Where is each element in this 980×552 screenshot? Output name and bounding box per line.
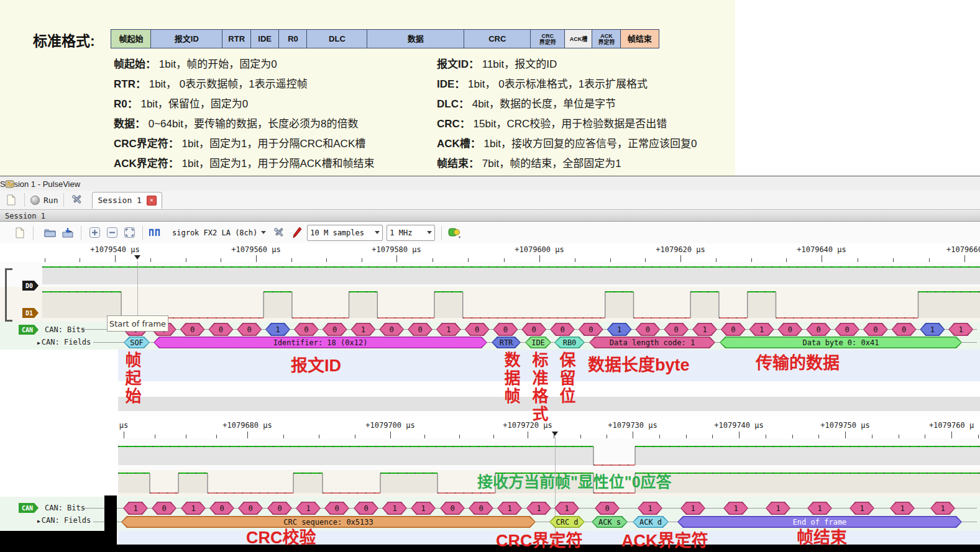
ruler-major-tick: [256, 255, 257, 262]
hex-fill: 1: [608, 324, 631, 335]
field-description-line: ACK槽： 1bit，接收方回复的应答信号，正常应该回复0: [437, 134, 697, 154]
can-tag-label: CAN: [22, 327, 33, 333]
field-text: 11bit，报文的ID: [479, 58, 557, 70]
field-text: 1bit， 0表示标准格式，1表示扩展格式: [465, 78, 648, 90]
wave-high-fill: [690, 292, 719, 318]
hex-fill: 0: [579, 324, 602, 335]
field-term: ACK槽：: [437, 138, 481, 150]
cursor-marker-2[interactable]: [552, 432, 558, 436]
zoom-fit-button[interactable]: [122, 225, 137, 241]
close-icon[interactable]: [147, 196, 157, 206]
sample-rate-select[interactable]: 1 MHz: [387, 225, 435, 241]
sample-count-value: 10 M samples: [310, 228, 364, 237]
timeline-ruler-1[interactable]: +1079540 μs+1079560 μs+1079580 μs+107960…: [0, 243, 980, 262]
run-button[interactable]: Run: [30, 192, 58, 208]
field-hex: Data length code: 1: [589, 337, 715, 348]
field-hex: CRC sequence: 0x5133: [121, 516, 536, 528]
diagram-title: 标准格式:: [33, 29, 95, 50]
annotation-text: 数据帧: [500, 351, 523, 405]
hex-fill: 1: [527, 502, 550, 514]
hex-fill: 1: [850, 502, 873, 514]
ruler-label: +1079730 μs: [608, 421, 657, 430]
frame-field-box: 帧起始: [111, 29, 151, 48]
tools-icon: [71, 194, 83, 206]
hex-fill: 1: [921, 324, 944, 335]
sample-rate-arrow: [427, 231, 432, 234]
sample-count-arrow: [375, 231, 380, 234]
hex-fill: 1: [411, 502, 434, 514]
field-term: CRC：: [437, 118, 470, 130]
field-hex: RTR: [492, 337, 521, 348]
hex-fill: CRC d: [550, 517, 584, 527]
hex-fill: 1: [891, 502, 914, 514]
decoder-row-fields-1[interactable]: CAN: Fields: [37, 338, 91, 346]
separator: [24, 193, 25, 207]
channels-button[interactable]: [289, 225, 304, 241]
hex-fill: 0: [210, 502, 233, 514]
hex-fill: 1: [950, 324, 973, 335]
ruler-label: +1079620 μs: [656, 245, 705, 254]
ruler-label: +1079660: [946, 245, 980, 254]
channel-group-bracket[interactable]: [5, 268, 12, 322]
sample-count-select[interactable]: 10 M samples: [307, 225, 383, 241]
field-description-line: 帧结束： 7bit，帧的结束，全部固定为1: [437, 154, 697, 174]
field-hex: Identifier: 18 (0x12): [153, 337, 487, 348]
field-text: 1bit，接收方回复的应答信号，正常应该回复0: [481, 138, 697, 150]
sampling-points-icon: [149, 227, 163, 238]
field-descriptions-left: 帧起始： 1bit，帧的开始，固定为0RTR： 1bit， 0表示数据帧，1表示…: [114, 55, 374, 174]
ruler-major-tick: [115, 255, 116, 262]
window-titlebar[interactable]: Session 1 - PulseView: [0, 176, 980, 191]
hex-fill: ACK d: [633, 517, 667, 527]
session-dock-titlebar[interactable]: Session 1: [0, 209, 980, 222]
save-button[interactable]: [60, 225, 75, 241]
hex-fill: 0: [835, 324, 858, 335]
hex-fill: 1: [693, 324, 716, 335]
separator: [441, 226, 442, 240]
hex-fill: 1: [181, 502, 204, 514]
bottom-left-black: [0, 531, 104, 552]
open-button[interactable]: [43, 225, 58, 241]
cursor-marker-1[interactable]: [134, 255, 140, 260]
field-description-line: R0： 1bit，保留位，固定为0: [114, 94, 374, 114]
ruler-label: +1079700 μs: [365, 421, 414, 430]
ruler-label: +1079580 μs: [372, 245, 421, 254]
tab-session-1[interactable]: Session 1: [92, 192, 162, 209]
hex-fill: 1: [808, 502, 831, 514]
hex-fill: 1: [750, 324, 773, 335]
hex-fill: 0: [864, 324, 887, 335]
field-description-line: RTR： 1bit， 0表示数据帧，1表示遥控帧: [114, 75, 374, 94]
add-decoder-button[interactable]: [447, 225, 462, 241]
annotation-text: CRC校验: [246, 524, 316, 548]
device-selector[interactable]: sigrok FX2 LA (8ch): [170, 225, 268, 240]
decoder-row-bits-1[interactable]: CAN: Bits: [45, 325, 85, 334]
waveform-view-1[interactable]: [0, 262, 980, 350]
show-sampling-points-button[interactable]: [149, 225, 163, 241]
annotation-text: CRC界定符: [496, 527, 583, 551]
session-settings-button[interactable]: [70, 192, 85, 208]
hex-fill: 1: [124, 502, 147, 514]
configure-device-button[interactable]: [272, 225, 286, 241]
wave-high-fill: [635, 446, 980, 465]
field-text: 4bit，数据的长度，单位是字节: [469, 98, 616, 110]
new-session-button[interactable]: [12, 225, 27, 241]
hex-fill: 0: [408, 324, 431, 335]
hex-fill: RTR: [492, 337, 520, 347]
hex-fill: Data byte 0: 0x41: [720, 337, 961, 347]
hex-fill: 0: [494, 324, 517, 335]
frame-field-box: DLC: [306, 29, 367, 48]
hex-fill: 0: [523, 324, 546, 335]
hex-fill: 1: [681, 502, 704, 514]
annotation-text: 报文ID: [291, 352, 341, 376]
zoom-out-button[interactable]: [104, 225, 119, 241]
hex-fill: 1: [638, 502, 661, 514]
frame-format-table: 帧起始报文IDRTRIDER0DLC数据CRCCRC 界定符ACK槽ACK 界定…: [112, 29, 659, 48]
device-dropdown-arrow: [261, 231, 266, 234]
field-term: 帧结束：: [437, 158, 479, 170]
decoder-row-fields-2[interactable]: CAN: Fields: [37, 516, 91, 525]
decoder-row-bits-2[interactable]: CAN: Bits: [45, 504, 85, 512]
wave-high-fill: [918, 292, 980, 318]
zoom-in-button[interactable]: [87, 225, 102, 241]
new-view-button[interactable]: [4, 192, 19, 208]
hex-fill: SOF: [124, 337, 149, 347]
can-tag-label-2: CAN: [22, 505, 33, 512]
